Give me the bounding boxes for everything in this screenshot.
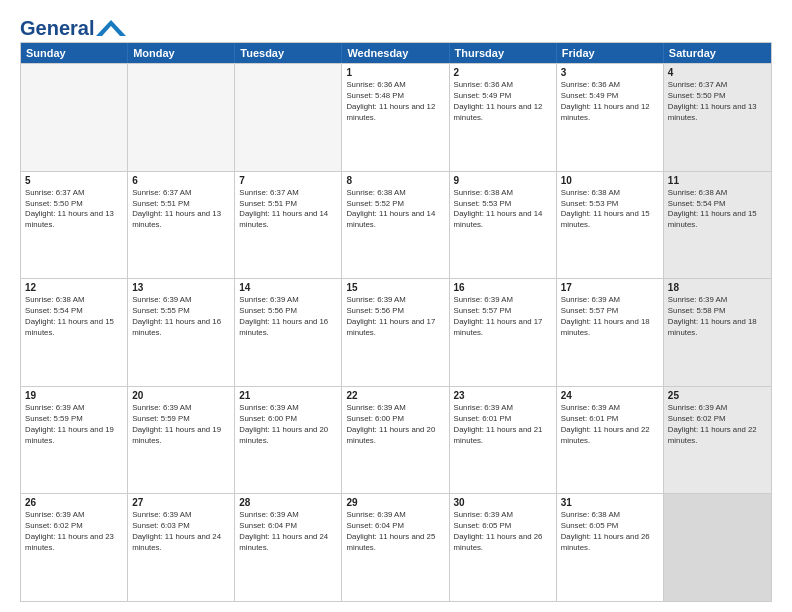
day-number: 23	[454, 390, 552, 401]
header-friday: Friday	[557, 43, 664, 63]
day-info: Sunrise: 6:37 AMSunset: 5:50 PMDaylight:…	[668, 80, 767, 124]
day-number: 18	[668, 282, 767, 293]
cal-cell-30: 30Sunrise: 6:39 AMSunset: 6:05 PMDayligh…	[450, 494, 557, 601]
day-number: 25	[668, 390, 767, 401]
calendar-header: SundayMondayTuesdayWednesdayThursdayFrid…	[21, 43, 771, 63]
day-info: Sunrise: 6:39 AMSunset: 6:02 PMDaylight:…	[25, 510, 123, 554]
day-number: 8	[346, 175, 444, 186]
header-saturday: Saturday	[664, 43, 771, 63]
cal-cell-8: 8Sunrise: 6:38 AMSunset: 5:52 PMDaylight…	[342, 172, 449, 279]
cal-cell-14: 14Sunrise: 6:39 AMSunset: 5:56 PMDayligh…	[235, 279, 342, 386]
day-info: Sunrise: 6:39 AMSunset: 5:56 PMDaylight:…	[346, 295, 444, 339]
day-info: Sunrise: 6:39 AMSunset: 5:57 PMDaylight:…	[561, 295, 659, 339]
day-number: 19	[25, 390, 123, 401]
day-info: Sunrise: 6:39 AMSunset: 5:55 PMDaylight:…	[132, 295, 230, 339]
day-number: 5	[25, 175, 123, 186]
day-info: Sunrise: 6:39 AMSunset: 6:02 PMDaylight:…	[668, 403, 767, 447]
day-number: 10	[561, 175, 659, 186]
day-info: Sunrise: 6:36 AMSunset: 5:48 PMDaylight:…	[346, 80, 444, 124]
svg-marker-0	[96, 20, 126, 36]
cal-cell-9: 9Sunrise: 6:38 AMSunset: 5:53 PMDaylight…	[450, 172, 557, 279]
cal-cell-7: 7Sunrise: 6:37 AMSunset: 5:51 PMDaylight…	[235, 172, 342, 279]
cal-cell-18: 18Sunrise: 6:39 AMSunset: 5:58 PMDayligh…	[664, 279, 771, 386]
calendar-body: 1Sunrise: 6:36 AMSunset: 5:48 PMDaylight…	[21, 63, 771, 601]
cal-cell-26: 26Sunrise: 6:39 AMSunset: 6:02 PMDayligh…	[21, 494, 128, 601]
cal-cell-29: 29Sunrise: 6:39 AMSunset: 6:04 PMDayligh…	[342, 494, 449, 601]
day-info: Sunrise: 6:39 AMSunset: 6:00 PMDaylight:…	[239, 403, 337, 447]
day-info: Sunrise: 6:39 AMSunset: 5:59 PMDaylight:…	[132, 403, 230, 447]
calendar-row-4: 26Sunrise: 6:39 AMSunset: 6:02 PMDayligh…	[21, 493, 771, 601]
day-number: 6	[132, 175, 230, 186]
page-header: General	[20, 16, 772, 36]
day-number: 12	[25, 282, 123, 293]
calendar-row-0: 1Sunrise: 6:36 AMSunset: 5:48 PMDaylight…	[21, 63, 771, 171]
day-info: Sunrise: 6:39 AMSunset: 5:58 PMDaylight:…	[668, 295, 767, 339]
day-info: Sunrise: 6:37 AMSunset: 5:51 PMDaylight:…	[239, 188, 337, 232]
day-info: Sunrise: 6:39 AMSunset: 6:04 PMDaylight:…	[346, 510, 444, 554]
day-number: 1	[346, 67, 444, 78]
cal-cell-11: 11Sunrise: 6:38 AMSunset: 5:54 PMDayligh…	[664, 172, 771, 279]
cal-cell-empty-2	[235, 64, 342, 171]
day-info: Sunrise: 6:38 AMSunset: 6:05 PMDaylight:…	[561, 510, 659, 554]
day-number: 17	[561, 282, 659, 293]
cal-cell-12: 12Sunrise: 6:38 AMSunset: 5:54 PMDayligh…	[21, 279, 128, 386]
cal-cell-19: 19Sunrise: 6:39 AMSunset: 5:59 PMDayligh…	[21, 387, 128, 494]
calendar-row-2: 12Sunrise: 6:38 AMSunset: 5:54 PMDayligh…	[21, 278, 771, 386]
cal-cell-25: 25Sunrise: 6:39 AMSunset: 6:02 PMDayligh…	[664, 387, 771, 494]
calendar: SundayMondayTuesdayWednesdayThursdayFrid…	[20, 42, 772, 602]
day-number: 22	[346, 390, 444, 401]
logo: General	[20, 16, 126, 36]
calendar-row-1: 5Sunrise: 6:37 AMSunset: 5:50 PMDaylight…	[21, 171, 771, 279]
day-info: Sunrise: 6:37 AMSunset: 5:50 PMDaylight:…	[25, 188, 123, 232]
cal-cell-4: 4Sunrise: 6:37 AMSunset: 5:50 PMDaylight…	[664, 64, 771, 171]
cal-cell-23: 23Sunrise: 6:39 AMSunset: 6:01 PMDayligh…	[450, 387, 557, 494]
day-info: Sunrise: 6:36 AMSunset: 5:49 PMDaylight:…	[454, 80, 552, 124]
cal-cell-16: 16Sunrise: 6:39 AMSunset: 5:57 PMDayligh…	[450, 279, 557, 386]
cal-cell-27: 27Sunrise: 6:39 AMSunset: 6:03 PMDayligh…	[128, 494, 235, 601]
day-number: 13	[132, 282, 230, 293]
day-number: 28	[239, 497, 337, 508]
day-number: 21	[239, 390, 337, 401]
cal-cell-15: 15Sunrise: 6:39 AMSunset: 5:56 PMDayligh…	[342, 279, 449, 386]
cal-cell-28: 28Sunrise: 6:39 AMSunset: 6:04 PMDayligh…	[235, 494, 342, 601]
header-sunday: Sunday	[21, 43, 128, 63]
calendar-row-3: 19Sunrise: 6:39 AMSunset: 5:59 PMDayligh…	[21, 386, 771, 494]
cal-cell-2: 2Sunrise: 6:36 AMSunset: 5:49 PMDaylight…	[450, 64, 557, 171]
day-number: 3	[561, 67, 659, 78]
cal-cell-empty-6	[664, 494, 771, 601]
day-number: 15	[346, 282, 444, 293]
day-info: Sunrise: 6:39 AMSunset: 5:56 PMDaylight:…	[239, 295, 337, 339]
day-info: Sunrise: 6:38 AMSunset: 5:52 PMDaylight:…	[346, 188, 444, 232]
cal-cell-17: 17Sunrise: 6:39 AMSunset: 5:57 PMDayligh…	[557, 279, 664, 386]
cal-cell-empty-1	[128, 64, 235, 171]
header-monday: Monday	[128, 43, 235, 63]
day-number: 7	[239, 175, 337, 186]
day-info: Sunrise: 6:36 AMSunset: 5:49 PMDaylight:…	[561, 80, 659, 124]
header-tuesday: Tuesday	[235, 43, 342, 63]
day-info: Sunrise: 6:39 AMSunset: 6:01 PMDaylight:…	[454, 403, 552, 447]
day-info: Sunrise: 6:39 AMSunset: 6:04 PMDaylight:…	[239, 510, 337, 554]
cal-cell-22: 22Sunrise: 6:39 AMSunset: 6:00 PMDayligh…	[342, 387, 449, 494]
day-info: Sunrise: 6:38 AMSunset: 5:54 PMDaylight:…	[668, 188, 767, 232]
cal-cell-1: 1Sunrise: 6:36 AMSunset: 5:48 PMDaylight…	[342, 64, 449, 171]
day-number: 29	[346, 497, 444, 508]
day-number: 9	[454, 175, 552, 186]
day-info: Sunrise: 6:39 AMSunset: 6:05 PMDaylight:…	[454, 510, 552, 554]
day-number: 16	[454, 282, 552, 293]
day-number: 26	[25, 497, 123, 508]
day-number: 24	[561, 390, 659, 401]
day-number: 11	[668, 175, 767, 186]
cal-cell-24: 24Sunrise: 6:39 AMSunset: 6:01 PMDayligh…	[557, 387, 664, 494]
cal-cell-13: 13Sunrise: 6:39 AMSunset: 5:55 PMDayligh…	[128, 279, 235, 386]
day-info: Sunrise: 6:39 AMSunset: 6:01 PMDaylight:…	[561, 403, 659, 447]
day-number: 27	[132, 497, 230, 508]
logo-general: General	[20, 17, 94, 40]
day-info: Sunrise: 6:39 AMSunset: 6:00 PMDaylight:…	[346, 403, 444, 447]
header-wednesday: Wednesday	[342, 43, 449, 63]
day-number: 30	[454, 497, 552, 508]
day-info: Sunrise: 6:38 AMSunset: 5:54 PMDaylight:…	[25, 295, 123, 339]
day-number: 20	[132, 390, 230, 401]
day-info: Sunrise: 6:39 AMSunset: 5:57 PMDaylight:…	[454, 295, 552, 339]
day-number: 14	[239, 282, 337, 293]
cal-cell-10: 10Sunrise: 6:38 AMSunset: 5:53 PMDayligh…	[557, 172, 664, 279]
